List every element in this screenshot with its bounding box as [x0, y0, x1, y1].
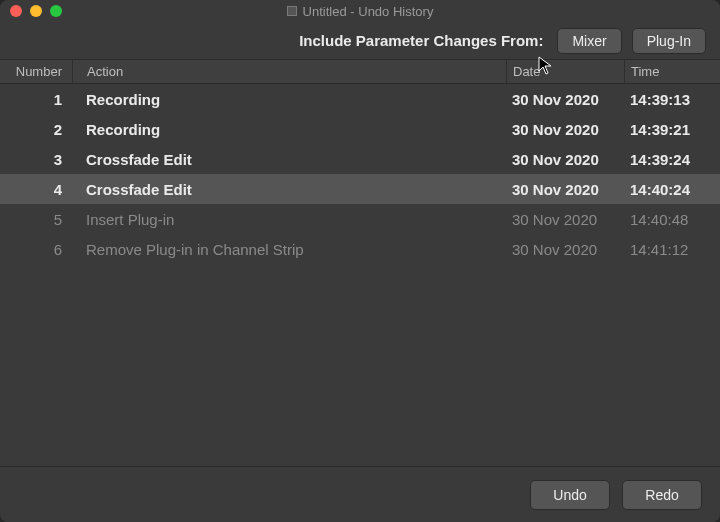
row-date: 30 Nov 2020 — [506, 91, 624, 108]
row-action: Recording — [72, 121, 506, 138]
row-number: 6 — [0, 241, 72, 258]
minimize-icon[interactable] — [30, 5, 42, 17]
row-date: 30 Nov 2020 — [506, 241, 624, 258]
redo-button[interactable]: Redo — [622, 480, 702, 510]
row-number: 5 — [0, 211, 72, 228]
header-time[interactable]: Time — [624, 60, 720, 83]
mixer-button[interactable]: Mixer — [557, 28, 621, 54]
row-time: 14:39:24 — [624, 151, 720, 168]
history-row[interactable]: 3Crossfade Edit30 Nov 202014:39:24 — [0, 144, 720, 174]
row-time: 14:39:13 — [624, 91, 720, 108]
footer: Undo Redo — [0, 466, 720, 522]
row-date: 30 Nov 2020 — [506, 181, 624, 198]
row-time: 14:40:48 — [624, 211, 720, 228]
header-date[interactable]: Date — [506, 60, 624, 83]
history-row[interactable]: 5Insert Plug-in30 Nov 202014:40:48 — [0, 204, 720, 234]
row-action: Insert Plug-in — [72, 211, 506, 228]
row-date: 30 Nov 2020 — [506, 121, 624, 138]
window-title-text: Untitled - Undo History — [303, 4, 434, 19]
row-time: 14:40:24 — [624, 181, 720, 198]
row-number: 3 — [0, 151, 72, 168]
history-row[interactable]: 6Remove Plug-in in Channel Strip30 Nov 2… — [0, 234, 720, 264]
window-title: Untitled - Undo History — [0, 4, 720, 19]
row-action: Crossfade Edit — [72, 181, 506, 198]
row-date: 30 Nov 2020 — [506, 151, 624, 168]
history-table-body: 1Recording30 Nov 202014:39:132Recording3… — [0, 84, 720, 466]
close-icon[interactable] — [10, 5, 22, 17]
history-row[interactable]: 1Recording30 Nov 202014:39:13 — [0, 84, 720, 114]
row-action: Crossfade Edit — [72, 151, 506, 168]
header-number[interactable]: Number — [0, 64, 72, 79]
undo-button[interactable]: Undo — [530, 480, 610, 510]
row-time: 14:41:12 — [624, 241, 720, 258]
toolbar: Include Parameter Changes From: Mixer Pl… — [0, 22, 720, 60]
row-number: 2 — [0, 121, 72, 138]
titlebar: Untitled - Undo History — [0, 0, 720, 22]
document-icon — [287, 6, 297, 16]
plugin-button[interactable]: Plug-In — [632, 28, 706, 54]
history-table-header: Number Action Date Time — [0, 60, 720, 84]
history-row[interactable]: 4Crossfade Edit30 Nov 202014:40:24 — [0, 174, 720, 204]
zoom-icon[interactable] — [50, 5, 62, 17]
row-time: 14:39:21 — [624, 121, 720, 138]
undo-history-window: Untitled - Undo History Include Paramete… — [0, 0, 720, 522]
include-params-label: Include Parameter Changes From: — [299, 32, 543, 49]
row-action: Recording — [72, 91, 506, 108]
row-action: Remove Plug-in in Channel Strip — [72, 241, 506, 258]
row-number: 4 — [0, 181, 72, 198]
row-date: 30 Nov 2020 — [506, 211, 624, 228]
row-number: 1 — [0, 91, 72, 108]
window-controls — [0, 5, 62, 17]
header-action[interactable]: Action — [72, 60, 506, 83]
history-row[interactable]: 2Recording30 Nov 202014:39:21 — [0, 114, 720, 144]
